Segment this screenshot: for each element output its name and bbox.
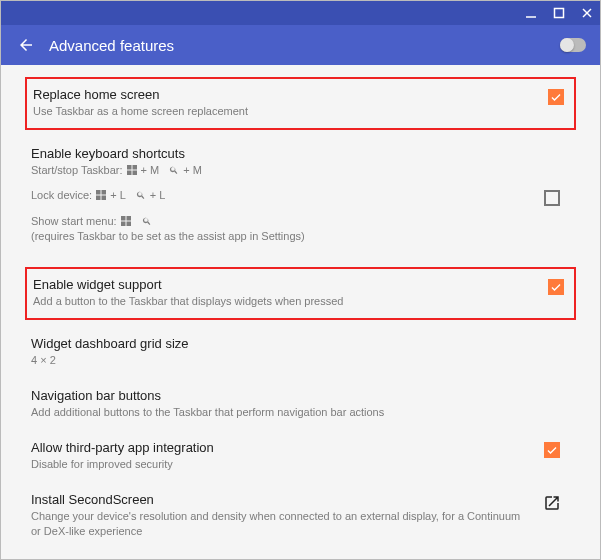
item-subtitle: 4 × 2 — [31, 353, 552, 368]
item-subtitle: Use Taskbar as a home screen replacement — [33, 104, 532, 119]
item-grid-size[interactable]: Widget dashboard grid size 4 × 2 — [31, 326, 570, 378]
item-subtitle: Add a button to the Taskbar that display… — [33, 294, 532, 309]
item-title: Enable keyboard shortcuts — [31, 146, 552, 161]
item-keyboard-shortcuts[interactable]: Enable keyboard shortcuts Start/stop Tas… — [31, 136, 570, 258]
item-title: Widget dashboard grid size — [31, 336, 552, 351]
checkbox-widget-support[interactable] — [548, 279, 564, 295]
svg-rect-14 — [121, 222, 126, 227]
checkbox-replace-home[interactable] — [548, 89, 564, 105]
svg-rect-1 — [555, 9, 564, 18]
item-title: Reset per-app preferences — [31, 558, 564, 559]
windows-key-icon — [95, 189, 107, 201]
master-toggle[interactable] — [560, 38, 586, 52]
search-key-icon — [168, 164, 180, 176]
svg-rect-8 — [96, 190, 101, 195]
svg-rect-12 — [121, 216, 126, 221]
item-title: Enable widget support — [33, 277, 532, 292]
svg-rect-7 — [132, 171, 137, 176]
app-window: Advanced features Replace home screen Us… — [0, 0, 601, 560]
svg-rect-10 — [96, 196, 101, 201]
item-title: Navigation bar buttons — [31, 388, 552, 403]
minimize-button[interactable] — [524, 6, 538, 20]
svg-rect-13 — [126, 216, 131, 221]
svg-rect-6 — [127, 171, 132, 176]
checkbox-third-party[interactable] — [544, 442, 560, 458]
search-key-icon — [141, 215, 153, 227]
svg-rect-5 — [132, 165, 137, 170]
windows-key-icon — [120, 215, 132, 227]
titlebar — [1, 1, 600, 25]
settings-list: Replace home screen Use Taskbar as a hom… — [1, 65, 600, 559]
item-replace-home-screen[interactable]: Replace home screen Use Taskbar as a hom… — [25, 77, 576, 130]
item-nav-buttons[interactable]: Navigation bar buttons Add additional bu… — [31, 378, 570, 430]
item-subtitle: Add additional buttons to the Taskbar th… — [31, 405, 552, 420]
svg-rect-15 — [126, 222, 131, 227]
windows-key-icon — [126, 164, 138, 176]
shortcut-lock-device: Lock device: + L + L — [31, 188, 528, 203]
back-button[interactable] — [15, 34, 37, 56]
item-widget-support[interactable]: Enable widget support Add a button to th… — [25, 267, 576, 320]
checkbox-keyboard-shortcuts[interactable] — [544, 190, 560, 206]
page-title: Advanced features — [49, 37, 560, 54]
maximize-button[interactable] — [552, 6, 566, 20]
item-subtitle: Change your device's resolution and dens… — [31, 509, 528, 539]
item-subtitle: Disable for improved security — [31, 457, 528, 472]
external-link-icon[interactable] — [543, 494, 561, 512]
svg-rect-4 — [127, 165, 132, 170]
svg-rect-11 — [102, 196, 107, 201]
item-title: Allow third-party app integration — [31, 440, 528, 455]
shortcut-start-menu-note: (requires Taskbar to be set as the assis… — [31, 229, 552, 244]
search-key-icon — [135, 189, 147, 201]
item-title: Install SecondScreen — [31, 492, 528, 507]
shortcut-start-stop: Start/stop Taskbar: + M + M — [31, 163, 552, 178]
item-third-party[interactable]: Allow third-party app integration Disabl… — [31, 430, 570, 482]
item-reset-prefs[interactable]: Reset per-app preferences — [31, 548, 570, 559]
item-title: Replace home screen — [33, 87, 532, 102]
shortcut-start-menu: Show start menu: — [31, 214, 552, 229]
close-button[interactable] — [580, 6, 594, 20]
appbar: Advanced features — [1, 25, 600, 65]
svg-rect-9 — [102, 190, 107, 195]
item-second-screen[interactable]: Install SecondScreen Change your device'… — [31, 482, 570, 549]
